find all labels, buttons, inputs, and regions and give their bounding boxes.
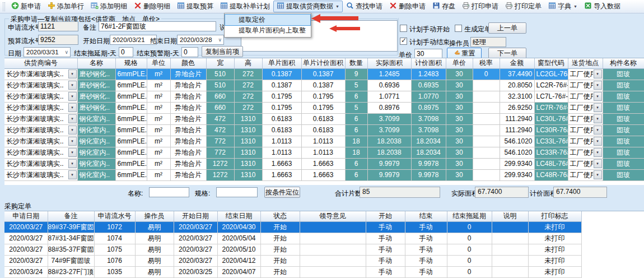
delivery-combo-cell[interactable]: 工厂使用▾: [568, 169, 603, 180]
cell[interactable]: 0.6183: [301, 124, 345, 136]
cell[interactable]: 1272: [206, 158, 234, 169]
main-column-header[interactable]: 颜色: [170, 58, 206, 68]
chevron-down-icon[interactable]: ▾: [594, 103, 602, 112]
cell[interactable]: 异地合片: [170, 136, 206, 147]
cell[interactable]: 钢化室内..: [77, 124, 115, 136]
cell[interactable]: 2020/03/27: [4, 233, 48, 244]
cell[interactable]: [492, 233, 528, 244]
cell[interactable]: 1.6663: [301, 169, 345, 180]
orders-column-header[interactable]: 结束拖延期: [447, 211, 492, 221]
cell[interactable]: 660: [206, 91, 234, 102]
cell[interactable]: 2020/03/27: [174, 233, 217, 244]
prev-order-button[interactable]: 上一单: [488, 22, 526, 34]
cell[interactable]: 88#23-27F门顶玻: [48, 266, 94, 277]
cell[interactable]: 0.1795: [262, 102, 301, 113]
cell[interactable]: 开始: [260, 233, 300, 244]
cell[interactable]: 未打印: [528, 221, 581, 233]
orders-column-header[interactable]: 开始: [366, 211, 405, 221]
cell[interactable]: 6mmPLE..: [115, 158, 147, 169]
cell[interactable]: m²: [147, 80, 170, 91]
supplier-combo-cell[interactable]: 长沙市潇湘玻璃实..▾: [4, 158, 77, 169]
cell[interactable]: [473, 80, 500, 91]
cell[interactable]: 0: [447, 244, 492, 255]
cell[interactable]: 546.1020: [500, 147, 534, 158]
cell[interactable]: m²: [147, 102, 170, 113]
menu-item-1[interactable]: 提取定价: [225, 15, 310, 25]
orders-column-header[interactable]: 说明: [492, 211, 528, 221]
cell[interactable]: 5: [345, 102, 367, 113]
chevron-down-icon[interactable]: ▾: [68, 70, 77, 78]
cell[interactable]: 手动: [405, 266, 447, 277]
cell[interactable]: 1310: [234, 147, 262, 158]
cell[interactable]: 1.0770: [411, 91, 446, 102]
toolbar-button-12[interactable]: 打印定单: [502, 1, 545, 12]
main-column-header[interactable]: 窗型代码: [534, 58, 568, 68]
cell[interactable]: 0.6183: [301, 113, 345, 124]
cell[interactable]: [492, 255, 528, 266]
cell[interactable]: 未打印: [528, 244, 581, 255]
cell[interactable]: 30: [446, 102, 473, 113]
cell[interactable]: 1075: [94, 244, 135, 255]
orders-column-header[interactable]: 操作员: [135, 211, 174, 221]
cell[interactable]: 2020/04/12: [217, 255, 260, 266]
cell[interactable]: 9.9979: [367, 169, 411, 180]
cell[interactable]: 30: [446, 158, 473, 169]
cell[interactable]: 1310: [234, 136, 262, 147]
cell[interactable]: 18: [345, 136, 367, 147]
chevron-down-icon[interactable]: ▾: [594, 148, 602, 157]
cell[interactable]: 299.9340: [500, 169, 534, 180]
cell[interactable]: 开始: [260, 255, 300, 266]
cell[interactable]: 磨砂钢化..: [77, 80, 115, 91]
main-column-header[interactable]: 供货商编号: [4, 58, 77, 68]
cell[interactable]: 0: [447, 266, 492, 277]
toolbar-button-8[interactable]: 查找申请: [343, 1, 386, 12]
delay-days-input[interactable]: [119, 47, 133, 57]
cell[interactable]: LC33L-76#..: [534, 136, 568, 147]
cell[interactable]: 18.2038: [367, 147, 411, 158]
cell[interactable]: 0.1387: [262, 80, 301, 91]
cell[interactable]: 30: [446, 169, 473, 180]
cell[interactable]: [473, 113, 500, 124]
delivery-combo-cell[interactable]: 工厂使用▾: [568, 102, 603, 113]
cell[interactable]: [473, 158, 500, 169]
cell[interactable]: 1.6663: [262, 169, 301, 180]
toolbar-button-7[interactable]: 提取供货商数据▼: [273, 1, 343, 12]
order-row[interactable]: 2020/03/2488#23-27F门顶玻1035易明2020/03/2520…: [4, 266, 581, 277]
cell[interactable]: m²: [147, 169, 170, 180]
cell[interactable]: 30: [446, 136, 473, 147]
cell[interactable]: 手动: [405, 255, 447, 266]
cell[interactable]: LC7R-76#-1FO: [534, 102, 568, 113]
cell[interactable]: 2020/05/04: [217, 233, 260, 244]
cell[interactable]: 1310: [234, 158, 262, 169]
cell[interactable]: 660: [206, 102, 234, 113]
cell[interactable]: 1074: [94, 233, 135, 244]
cell[interactable]: 772: [206, 136, 234, 147]
toolbar-button-14[interactable]: 导入数据: [581, 1, 624, 12]
cell[interactable]: 1035: [94, 266, 135, 277]
toolbar-button-6[interactable]: 提取补单计划: [217, 1, 273, 12]
cell[interactable]: 9: [345, 68, 367, 80]
cell[interactable]: 0.8975: [411, 102, 446, 113]
cell[interactable]: 1.6663: [262, 158, 301, 169]
cell[interactable]: 易明: [135, 266, 174, 277]
cell[interactable]: 固玻: [603, 124, 644, 136]
cell[interactable]: 异地合片: [170, 102, 206, 113]
cell[interactable]: 472: [206, 113, 234, 124]
cell[interactable]: m²: [147, 124, 170, 136]
filter-name-input[interactable]: [149, 187, 189, 197]
main-column-header[interactable]: 金额: [500, 58, 534, 68]
cell[interactable]: 1310: [234, 124, 262, 136]
table-row[interactable]: 长沙市潇湘玻璃实..▾钢化室内..6mmPLE..m²异地合片47213100.…: [4, 124, 644, 136]
cell[interactable]: 6: [345, 169, 367, 180]
cell[interactable]: 1.0771: [367, 91, 411, 102]
cell[interactable]: 固玻: [603, 136, 644, 147]
remark-input[interactable]: [99, 21, 216, 31]
cell[interactable]: 26.9250: [500, 102, 534, 113]
cell[interactable]: 异地合片: [170, 68, 206, 80]
cell[interactable]: 异地合片: [170, 147, 206, 158]
orders-column-header[interactable]: 备注: [48, 211, 94, 221]
table-row[interactable]: 长沙市潇湘玻璃实..▾磨砂钢化..6mmPLE..m²异地合片5102720.1…: [4, 80, 644, 91]
cell[interactable]: 未打印: [528, 233, 581, 244]
table-row[interactable]: 长沙市潇湘玻璃实..▾磨砂钢化..6mmPLE..m²异地合片6602720.1…: [4, 102, 644, 113]
cell[interactable]: 手动: [366, 233, 405, 244]
